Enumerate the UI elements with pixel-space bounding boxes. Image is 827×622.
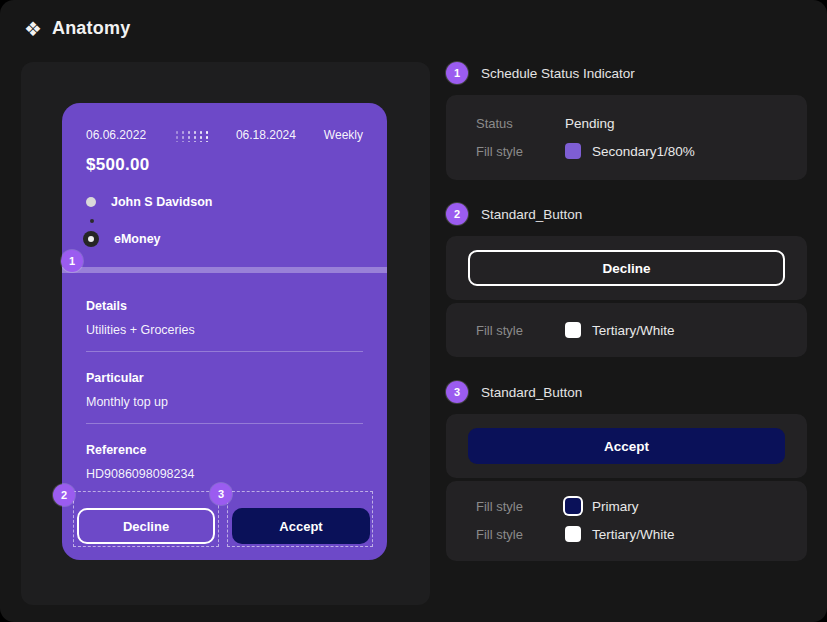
details-label: Details [86,299,127,313]
accept-button[interactable]: Accept [232,508,370,544]
divider [86,423,363,424]
fill-style-name: Primary [592,499,639,514]
page-header: ❖ Anatomy [24,18,130,39]
divider [86,351,363,352]
spec-panel-status: Status Pending Fill style Secondary1/80% [446,95,807,180]
decline-preview-button[interactable]: Decline [468,250,785,286]
recipient-dot-icon [83,231,99,247]
spec-value: Pending [565,116,615,131]
card-date-row: 06.06.2022 06.18.2024 Weekly [86,127,363,143]
reference-value: HD9086098098234 [86,467,194,481]
spec-label: Fill style [476,323,565,338]
annotation-title-1: Schedule Status Indicator [481,66,635,81]
start-date: 06.06.2022 [86,128,146,142]
white-color-swatch [565,322,581,338]
anatomy-page: ❖ Anatomy 06.06.2022 06.18.2024 Weekly $… [0,0,827,622]
marker-badge-3: 3 [446,381,468,403]
spec-row-fill: Fill style Secondary1/80% [476,139,791,163]
annotation-title-3: Standard_Button [481,385,582,400]
spec-panel-accept-fill: Fill style Primary Fill style Tertiary/W… [446,481,807,561]
recipient-name: eMoney [114,232,161,246]
marker-3: 3 [210,483,232,505]
spec-row-fill-primary: Fill style Primary [476,494,791,518]
frequency-label: Weekly [324,128,363,142]
preview-panel-accept: Accept [446,414,807,478]
component-anatomy-icon: ❖ [24,19,42,39]
spec-row-fill-tertiary: Fill style Tertiary/White [476,522,791,546]
decline-button[interactable]: Decline [77,508,215,544]
spec-label: Fill style [476,499,565,514]
marker-badge-1: 1 [446,62,468,84]
sender-dot-icon [86,197,96,207]
recipient-row: eMoney [86,231,161,247]
spec-row-fill: Fill style Tertiary/White [476,318,791,342]
preview-panel: 06.06.2022 06.18.2024 Weekly $500.00 Joh… [21,62,430,605]
annotation-header-2: 2 Standard_Button [446,203,582,225]
marker-badge-2: 2 [446,203,468,225]
sender-row: John S Davidson [86,195,212,209]
secondary-color-swatch [565,143,581,159]
spec-value: Primary [565,498,639,514]
end-date: 06.18.2024 [236,128,296,142]
spec-value: Secondary1/80% [565,143,695,159]
marker-1: 1 [61,250,83,272]
dots-grid-icon [174,129,208,142]
annotation-title-2: Standard_Button [481,207,582,222]
fill-style-name: Tertiary/White [592,527,675,542]
annotation-header-3: 3 Standard_Button [446,381,582,403]
spec-value: Tertiary/White [565,322,675,338]
preview-panel-decline: Decline [446,236,807,300]
reference-label: Reference [86,443,146,457]
marker-2: 2 [53,484,75,506]
fill-style-name: Tertiary/White [592,323,675,338]
white-color-swatch [565,526,581,542]
fill-style-name: Secondary1/80% [592,144,695,159]
timeline-connector-dot [90,219,94,223]
page-title: Anatomy [52,18,130,39]
particular-label: Particular [86,371,144,385]
schedule-status-indicator [62,267,387,273]
spec-label: Status [476,116,565,131]
accept-preview-button[interactable]: Accept [468,428,785,464]
annotation-header-1: 1 Schedule Status Indicator [446,62,635,84]
schedule-card: 06.06.2022 06.18.2024 Weekly $500.00 Joh… [62,103,387,560]
spec-label: Fill style [476,144,565,159]
particular-value: Monthly top up [86,395,168,409]
amount-value: $500.00 [86,155,150,175]
primary-color-swatch [565,498,581,514]
spec-row-status: Status Pending [476,111,791,135]
sender-name: John S Davidson [111,195,212,209]
spec-panel-decline-fill: Fill style Tertiary/White [446,303,807,357]
spec-label: Fill style [476,527,565,542]
spec-value: Tertiary/White [565,526,675,542]
details-value: Utilities + Groceries [86,323,195,337]
